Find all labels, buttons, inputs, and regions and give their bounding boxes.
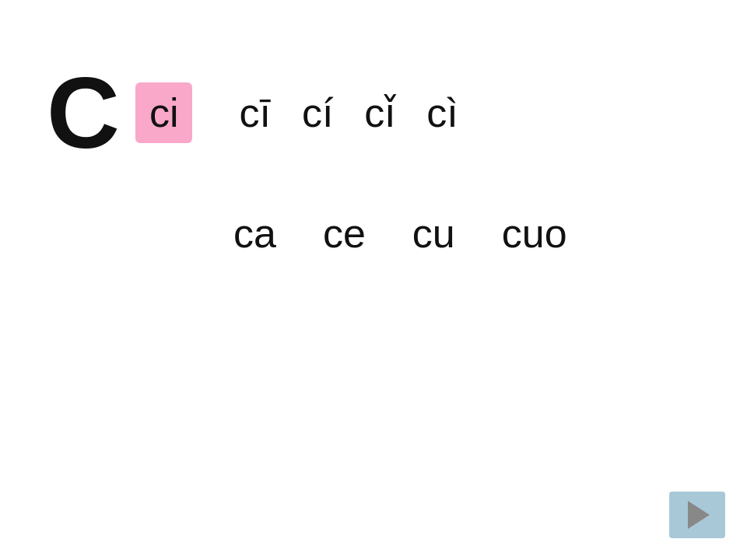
ci-badge: ci [135,82,193,143]
tone-1: cī [239,89,270,136]
syllable-ca: ca [233,210,276,257]
letter-c: C [47,62,120,163]
syllable-cuo: cuo [502,210,567,257]
next-icon [688,501,710,529]
tone-2: cí [302,89,333,136]
syllable-cu: cu [412,210,455,257]
main-container: C ci cī cí cǐ cì ca ce cu cuo [0,0,747,560]
top-row: C ci cī cí cǐ cì [47,62,700,163]
next-button[interactable] [669,492,725,538]
tones-row: cī cí cǐ cì [239,89,458,136]
tone-3: cǐ [364,89,395,136]
tone-4: cì [426,89,458,136]
syllable-ce: ce [323,210,366,257]
bottom-row: ca ce cu cuo [233,210,567,257]
